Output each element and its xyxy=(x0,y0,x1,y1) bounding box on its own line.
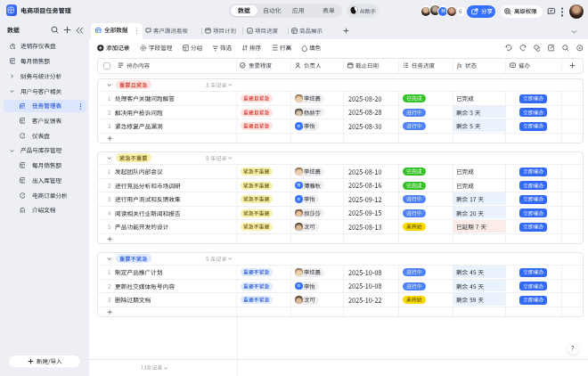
svg-text:fx: fx xyxy=(457,61,462,69)
